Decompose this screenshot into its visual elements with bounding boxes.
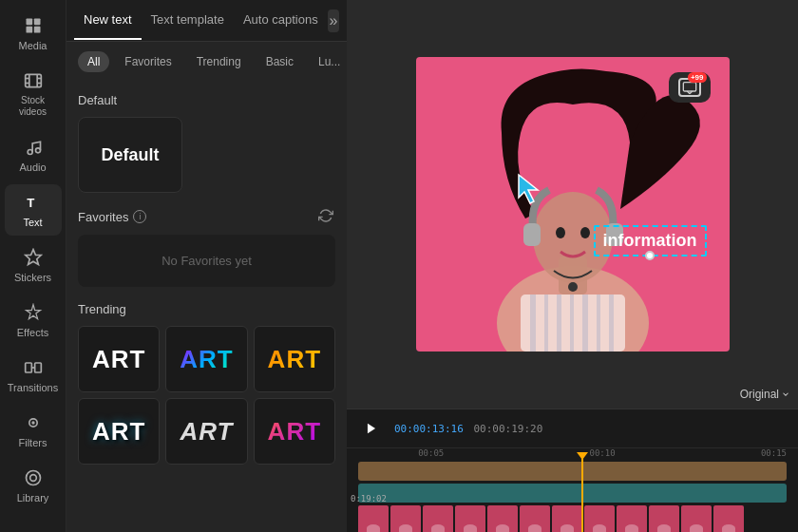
preview-area: +99 information Original — [347, 0, 798, 408]
tab-new-text[interactable]: New text — [74, 1, 142, 40]
thumb-4 — [455, 505, 485, 532]
sidebar-item-stock-videos[interactable]: Stock videos — [5, 63, 62, 125]
tabs-more-button[interactable]: » — [328, 10, 339, 32]
sidebar-item-effects[interactable]: Effects — [5, 294, 62, 346]
transition-icon — [23, 357, 44, 378]
trending-card-text-4: ART — [92, 417, 145, 446]
svg-rect-29 — [597, 294, 600, 352]
svg-rect-38 — [683, 83, 695, 91]
svg-rect-4 — [25, 74, 41, 86]
svg-text:T: T — [27, 196, 34, 210]
sidebar-item-filters[interactable]: Filters — [5, 405, 62, 456]
preview-background: +99 information — [416, 57, 730, 352]
track-thumbnails[interactable] — [358, 505, 787, 532]
filter-bar: All Favorites Trending Basic Lu... — [66, 42, 347, 82]
svg-rect-33 — [523, 223, 541, 246]
svg-rect-1 — [33, 19, 40, 26]
filter-all[interactable]: All — [78, 51, 109, 72]
film-icon — [23, 70, 44, 91]
svg-rect-30 — [609, 294, 614, 352]
trending-card-2[interactable]: ART — [165, 326, 247, 392]
star-icon — [23, 247, 44, 268]
trending-card-3[interactable]: ART — [254, 326, 335, 392]
timeline-controls: 00:00:13:16 00:00:19:20 — [347, 409, 798, 448]
trending-card-text-5: ART — [180, 417, 234, 446]
sidebar-item-label: Effects — [17, 327, 48, 338]
svg-marker-39 — [368, 424, 375, 434]
trending-card-1[interactable]: ART — [78, 326, 160, 392]
time-marker-0: 00:05 — [418, 448, 444, 458]
trending-card-5[interactable]: ART — [165, 398, 247, 465]
no-favorites-message: No Favorites yet — [78, 235, 335, 287]
music-icon — [23, 137, 44, 158]
preview-container: +99 information — [416, 57, 730, 352]
timeline-tracks: 0:19:02 — [347, 458, 798, 532]
thumb-7 — [552, 505, 582, 532]
play-button[interactable] — [358, 415, 385, 442]
sidebar-item-label: Stickers — [14, 272, 51, 283]
sidebar-item-label: Transitions — [8, 382, 58, 393]
thumb-2 — [390, 505, 421, 532]
thumb-1 — [358, 505, 389, 532]
svg-point-20 — [26, 471, 40, 485]
trending-card-4[interactable]: ART — [78, 398, 160, 465]
svg-marker-14 — [25, 250, 41, 265]
refresh-icon[interactable] — [318, 208, 335, 225]
svg-point-19 — [31, 421, 34, 424]
grid-icon — [23, 15, 44, 36]
original-label[interactable]: Original — [740, 388, 790, 401]
sidebar-item-media[interactable]: Media — [5, 8, 62, 59]
text-overlay-handle — [645, 251, 655, 260]
trending-card-text-1: ART — [92, 345, 145, 374]
filter-trending[interactable]: Trending — [187, 51, 251, 72]
text-panel: New text Text template Auto captions » A… — [66, 0, 347, 532]
timestamp-label: 0:19:02 — [351, 494, 387, 504]
thumb-3 — [423, 505, 453, 532]
main-area: +99 information Original — [347, 0, 798, 532]
svg-rect-0 — [26, 19, 32, 26]
thumb-11 — [681, 505, 712, 532]
svg-rect-2 — [26, 27, 32, 33]
filter-basic[interactable]: Basic — [256, 51, 303, 72]
thumb-12 — [713, 505, 744, 532]
sidebar-item-text[interactable]: T Text — [5, 184, 62, 236]
time-marker-1: 00:10 — [590, 448, 616, 458]
filter-icon — [23, 412, 44, 433]
svg-rect-15 — [25, 363, 31, 372]
svg-point-35 — [556, 227, 565, 238]
svg-point-21 — [29, 475, 36, 482]
svg-rect-16 — [34, 363, 41, 372]
track-video[interactable] — [358, 484, 787, 503]
tab-auto-captions[interactable]: Auto captions — [234, 1, 328, 40]
trending-card-text-3: ART — [268, 345, 321, 374]
timeline-ruler: 00:05 00:10 00:15 — [347, 448, 798, 458]
current-time: 00:00:13:16 — [394, 423, 464, 435]
sidebar-item-stickers[interactable]: Stickers — [5, 239, 62, 291]
sidebar-item-library[interactable]: Library — [5, 460, 62, 511]
thumb-5 — [487, 505, 518, 532]
text-overlay[interactable]: information — [594, 225, 707, 256]
filter-lu[interactable]: Lu... — [309, 51, 347, 72]
track-audio[interactable] — [358, 462, 787, 481]
text-icon: T — [23, 192, 44, 213]
default-card-label: Default — [101, 145, 159, 165]
tab-text-template[interactable]: Text template — [142, 1, 234, 40]
sidebar-item-transitions[interactable]: Transitions — [5, 350, 62, 401]
trending-card-6[interactable]: ART — [254, 398, 335, 465]
trending-card-text-6: ART — [268, 417, 321, 446]
playhead[interactable] — [581, 458, 583, 532]
sidebar-item-audio[interactable]: Audio — [5, 129, 62, 180]
sidebar-item-label: Text — [23, 217, 42, 228]
sidebar: Media Stock videos Audio T Text Stickers… — [0, 0, 66, 532]
favorites-title: Favorites i — [78, 210, 146, 224]
thumb-8 — [584, 505, 615, 532]
total-time: 00:00:19:20 — [473, 423, 542, 435]
thumb-10 — [649, 505, 679, 532]
filter-favorites[interactable]: Favorites — [115, 51, 180, 72]
library-icon — [23, 467, 44, 488]
sidebar-item-label: Audio — [19, 162, 46, 173]
panel-content: Default Default Favorites i No Favorites… — [66, 82, 347, 532]
trending-card-text-2: ART — [180, 345, 233, 374]
svg-point-36 — [580, 227, 590, 238]
default-text-card[interactable]: Default — [78, 117, 182, 193]
